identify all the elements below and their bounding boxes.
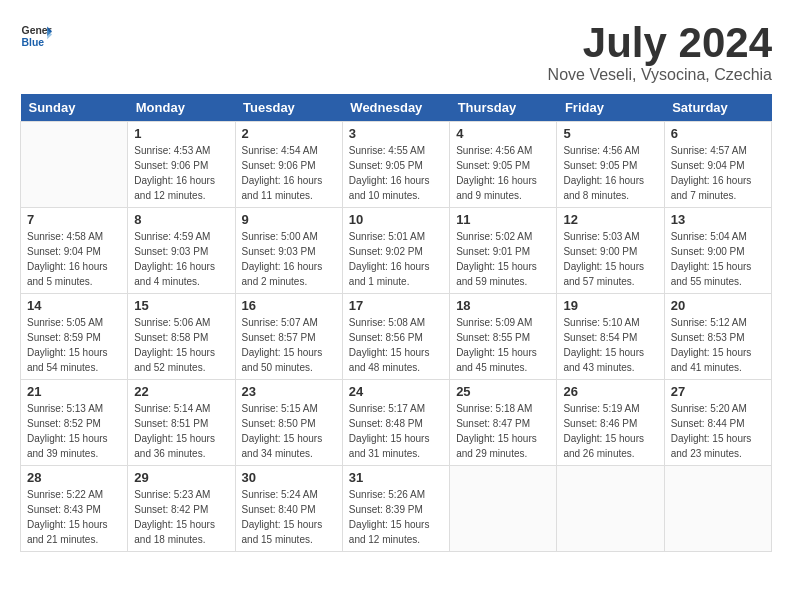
calendar-header: SundayMondayTuesdayWednesdayThursdayFrid…	[21, 94, 772, 122]
weekday-header-thursday: Thursday	[450, 94, 557, 122]
day-number: 25	[456, 384, 550, 399]
calendar-cell: 17Sunrise: 5:08 AMSunset: 8:56 PMDayligh…	[342, 294, 449, 380]
calendar-cell: 23Sunrise: 5:15 AMSunset: 8:50 PMDayligh…	[235, 380, 342, 466]
day-info: Sunrise: 4:57 AMSunset: 9:04 PMDaylight:…	[671, 143, 765, 203]
calendar-week-row: 28Sunrise: 5:22 AMSunset: 8:43 PMDayligh…	[21, 466, 772, 552]
calendar-cell: 9Sunrise: 5:00 AMSunset: 9:03 PMDaylight…	[235, 208, 342, 294]
calendar-cell: 3Sunrise: 4:55 AMSunset: 9:05 PMDaylight…	[342, 122, 449, 208]
calendar-cell	[450, 466, 557, 552]
day-number: 21	[27, 384, 121, 399]
day-number: 22	[134, 384, 228, 399]
calendar-cell: 29Sunrise: 5:23 AMSunset: 8:42 PMDayligh…	[128, 466, 235, 552]
calendar-cell: 15Sunrise: 5:06 AMSunset: 8:58 PMDayligh…	[128, 294, 235, 380]
day-info: Sunrise: 5:10 AMSunset: 8:54 PMDaylight:…	[563, 315, 657, 375]
day-info: Sunrise: 5:24 AMSunset: 8:40 PMDaylight:…	[242, 487, 336, 547]
day-info: Sunrise: 5:19 AMSunset: 8:46 PMDaylight:…	[563, 401, 657, 461]
day-number: 24	[349, 384, 443, 399]
day-info: Sunrise: 5:26 AMSunset: 8:39 PMDaylight:…	[349, 487, 443, 547]
day-number: 14	[27, 298, 121, 313]
day-info: Sunrise: 4:59 AMSunset: 9:03 PMDaylight:…	[134, 229, 228, 289]
day-number: 2	[242, 126, 336, 141]
day-info: Sunrise: 5:14 AMSunset: 8:51 PMDaylight:…	[134, 401, 228, 461]
day-number: 7	[27, 212, 121, 227]
day-info: Sunrise: 5:08 AMSunset: 8:56 PMDaylight:…	[349, 315, 443, 375]
month-title: July 2024	[548, 20, 772, 66]
calendar-cell: 13Sunrise: 5:04 AMSunset: 9:00 PMDayligh…	[664, 208, 771, 294]
calendar-week-row: 7Sunrise: 4:58 AMSunset: 9:04 PMDaylight…	[21, 208, 772, 294]
day-info: Sunrise: 4:55 AMSunset: 9:05 PMDaylight:…	[349, 143, 443, 203]
day-number: 10	[349, 212, 443, 227]
day-number: 29	[134, 470, 228, 485]
day-info: Sunrise: 4:56 AMSunset: 9:05 PMDaylight:…	[456, 143, 550, 203]
calendar-cell: 19Sunrise: 5:10 AMSunset: 8:54 PMDayligh…	[557, 294, 664, 380]
calendar-cell	[557, 466, 664, 552]
calendar-week-row: 14Sunrise: 5:05 AMSunset: 8:59 PMDayligh…	[21, 294, 772, 380]
day-number: 6	[671, 126, 765, 141]
day-info: Sunrise: 5:00 AMSunset: 9:03 PMDaylight:…	[242, 229, 336, 289]
weekday-header-sunday: Sunday	[21, 94, 128, 122]
day-number: 28	[27, 470, 121, 485]
day-info: Sunrise: 4:53 AMSunset: 9:06 PMDaylight:…	[134, 143, 228, 203]
calendar-cell: 7Sunrise: 4:58 AMSunset: 9:04 PMDaylight…	[21, 208, 128, 294]
calendar-cell: 6Sunrise: 4:57 AMSunset: 9:04 PMDaylight…	[664, 122, 771, 208]
day-number: 31	[349, 470, 443, 485]
day-info: Sunrise: 5:17 AMSunset: 8:48 PMDaylight:…	[349, 401, 443, 461]
day-number: 23	[242, 384, 336, 399]
day-number: 5	[563, 126, 657, 141]
calendar-cell: 5Sunrise: 4:56 AMSunset: 9:05 PMDaylight…	[557, 122, 664, 208]
day-number: 11	[456, 212, 550, 227]
day-info: Sunrise: 4:58 AMSunset: 9:04 PMDaylight:…	[27, 229, 121, 289]
calendar-cell: 11Sunrise: 5:02 AMSunset: 9:01 PMDayligh…	[450, 208, 557, 294]
day-number: 15	[134, 298, 228, 313]
day-info: Sunrise: 5:04 AMSunset: 9:00 PMDaylight:…	[671, 229, 765, 289]
day-number: 12	[563, 212, 657, 227]
weekday-header-saturday: Saturday	[664, 94, 771, 122]
calendar-week-row: 1Sunrise: 4:53 AMSunset: 9:06 PMDaylight…	[21, 122, 772, 208]
calendar-cell: 16Sunrise: 5:07 AMSunset: 8:57 PMDayligh…	[235, 294, 342, 380]
day-number: 17	[349, 298, 443, 313]
day-number: 27	[671, 384, 765, 399]
calendar-cell: 31Sunrise: 5:26 AMSunset: 8:39 PMDayligh…	[342, 466, 449, 552]
day-info: Sunrise: 5:22 AMSunset: 8:43 PMDaylight:…	[27, 487, 121, 547]
day-info: Sunrise: 5:23 AMSunset: 8:42 PMDaylight:…	[134, 487, 228, 547]
calendar-cell: 18Sunrise: 5:09 AMSunset: 8:55 PMDayligh…	[450, 294, 557, 380]
weekday-header-friday: Friday	[557, 94, 664, 122]
day-number: 4	[456, 126, 550, 141]
day-info: Sunrise: 5:20 AMSunset: 8:44 PMDaylight:…	[671, 401, 765, 461]
calendar-cell: 28Sunrise: 5:22 AMSunset: 8:43 PMDayligh…	[21, 466, 128, 552]
day-info: Sunrise: 4:56 AMSunset: 9:05 PMDaylight:…	[563, 143, 657, 203]
day-info: Sunrise: 5:01 AMSunset: 9:02 PMDaylight:…	[349, 229, 443, 289]
calendar-cell: 12Sunrise: 5:03 AMSunset: 9:00 PMDayligh…	[557, 208, 664, 294]
weekday-header-wednesday: Wednesday	[342, 94, 449, 122]
calendar-cell: 8Sunrise: 4:59 AMSunset: 9:03 PMDaylight…	[128, 208, 235, 294]
calendar-cell: 2Sunrise: 4:54 AMSunset: 9:06 PMDaylight…	[235, 122, 342, 208]
location-subtitle: Nove Veseli, Vysocina, Czechia	[548, 66, 772, 84]
day-number: 26	[563, 384, 657, 399]
day-number: 16	[242, 298, 336, 313]
day-info: Sunrise: 5:05 AMSunset: 8:59 PMDaylight:…	[27, 315, 121, 375]
calendar-cell: 27Sunrise: 5:20 AMSunset: 8:44 PMDayligh…	[664, 380, 771, 466]
day-info: Sunrise: 5:15 AMSunset: 8:50 PMDaylight:…	[242, 401, 336, 461]
day-number: 30	[242, 470, 336, 485]
day-number: 18	[456, 298, 550, 313]
calendar-cell	[21, 122, 128, 208]
day-info: Sunrise: 5:06 AMSunset: 8:58 PMDaylight:…	[134, 315, 228, 375]
calendar-cell: 22Sunrise: 5:14 AMSunset: 8:51 PMDayligh…	[128, 380, 235, 466]
calendar-week-row: 21Sunrise: 5:13 AMSunset: 8:52 PMDayligh…	[21, 380, 772, 466]
day-info: Sunrise: 4:54 AMSunset: 9:06 PMDaylight:…	[242, 143, 336, 203]
day-number: 1	[134, 126, 228, 141]
calendar-cell: 21Sunrise: 5:13 AMSunset: 8:52 PMDayligh…	[21, 380, 128, 466]
calendar-cell: 1Sunrise: 4:53 AMSunset: 9:06 PMDaylight…	[128, 122, 235, 208]
calendar-cell: 26Sunrise: 5:19 AMSunset: 8:46 PMDayligh…	[557, 380, 664, 466]
day-number: 19	[563, 298, 657, 313]
calendar-body: 1Sunrise: 4:53 AMSunset: 9:06 PMDaylight…	[21, 122, 772, 552]
day-number: 8	[134, 212, 228, 227]
day-info: Sunrise: 5:07 AMSunset: 8:57 PMDaylight:…	[242, 315, 336, 375]
day-number: 9	[242, 212, 336, 227]
calendar-cell: 10Sunrise: 5:01 AMSunset: 9:02 PMDayligh…	[342, 208, 449, 294]
title-area: July 2024 Nove Veseli, Vysocina, Czechia	[548, 20, 772, 84]
calendar-cell: 4Sunrise: 4:56 AMSunset: 9:05 PMDaylight…	[450, 122, 557, 208]
day-info: Sunrise: 5:03 AMSunset: 9:00 PMDaylight:…	[563, 229, 657, 289]
logo-icon: General Blue	[20, 20, 52, 52]
day-info: Sunrise: 5:13 AMSunset: 8:52 PMDaylight:…	[27, 401, 121, 461]
